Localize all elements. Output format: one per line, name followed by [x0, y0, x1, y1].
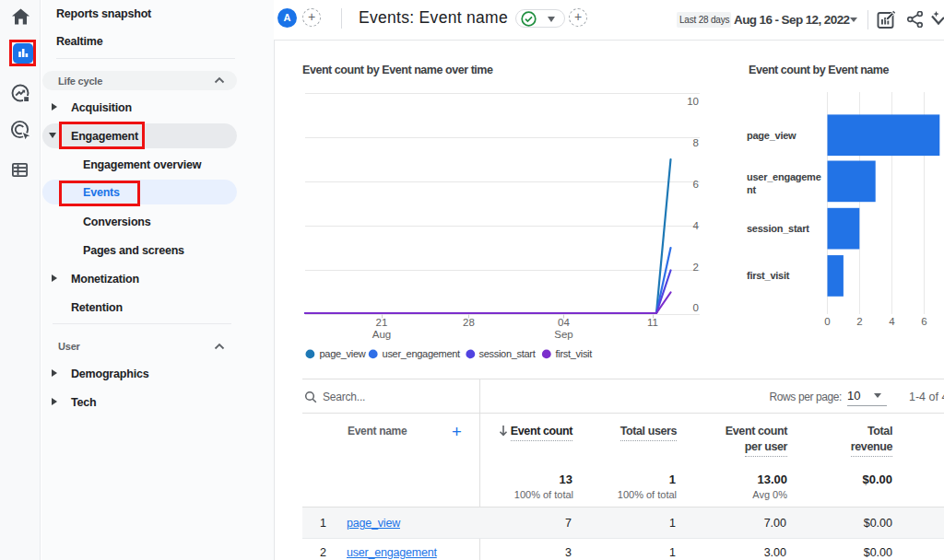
svg-text:21: 21 [376, 317, 388, 328]
svg-text:4: 4 [693, 220, 700, 231]
svg-text:nt: nt [747, 184, 756, 195]
svg-text:11: 11 [647, 317, 658, 328]
svg-text:user_engageme: user_engageme [747, 171, 821, 182]
svg-text:28: 28 [463, 317, 475, 328]
svg-text:6: 6 [693, 179, 699, 190]
svg-text:session_start: session_start [479, 348, 536, 359]
svg-text:first_visit: first_visit [747, 270, 790, 281]
svg-text:first_visit: first_visit [556, 348, 593, 359]
svg-text:Event count by Event name over: Event count by Event name over time [302, 64, 493, 76]
svg-text:4: 4 [889, 316, 895, 327]
svg-text:Sep: Sep [554, 329, 572, 340]
svg-text:page_view: page_view [320, 348, 366, 359]
svg-text:10: 10 [687, 96, 699, 107]
svg-text:user_engagement: user_engagement [383, 348, 460, 359]
svg-text:Event count by Event name: Event count by Event name [749, 64, 889, 76]
svg-text:session_start: session_start [747, 223, 809, 234]
svg-text:0: 0 [824, 316, 830, 327]
svg-text:04: 04 [558, 317, 570, 328]
svg-text:0: 0 [693, 302, 699, 313]
svg-text:2: 2 [693, 262, 699, 273]
svg-text:Aug: Aug [372, 329, 391, 340]
svg-text:6: 6 [921, 316, 926, 327]
svg-text:page_view: page_view [747, 130, 796, 141]
svg-text:2: 2 [856, 316, 862, 327]
svg-text:8: 8 [693, 137, 699, 148]
